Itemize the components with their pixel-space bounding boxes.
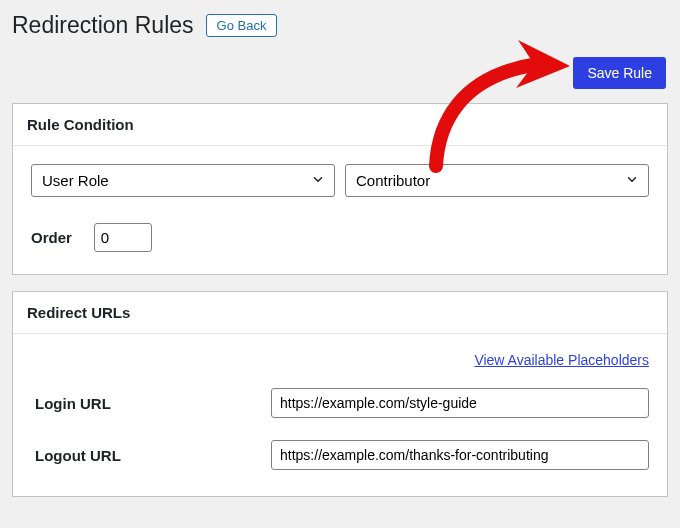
go-back-button[interactable]: Go Back — [206, 14, 278, 37]
placeholders-link-row: View Available Placeholders — [31, 352, 649, 368]
order-label: Order — [31, 229, 72, 246]
login-url-input[interactable] — [271, 388, 649, 418]
logout-url-row: Logout URL — [31, 440, 649, 470]
rule-condition-body: User Role Contributor Order — [13, 146, 667, 274]
redirect-urls-title: Redirect URLs — [13, 292, 667, 334]
condition-value-select[interactable]: Contributor — [345, 164, 649, 197]
page-header: Redirection Rules Go Back — [0, 0, 680, 43]
order-input[interactable] — [94, 223, 152, 252]
save-row: Save Rule — [0, 43, 680, 95]
condition-value-select-wrap: Contributor — [345, 164, 649, 197]
login-url-label: Login URL — [31, 395, 271, 412]
redirect-urls-body: View Available Placeholders Login URL Lo… — [13, 334, 667, 496]
condition-select-row: User Role Contributor — [31, 164, 649, 197]
rule-condition-panel: Rule Condition User Role Contributor Ord… — [12, 103, 668, 275]
page-title: Redirection Rules — [12, 12, 194, 39]
save-rule-button[interactable]: Save Rule — [573, 57, 666, 89]
view-placeholders-link[interactable]: View Available Placeholders — [474, 352, 649, 368]
condition-type-select[interactable]: User Role — [31, 164, 335, 197]
rule-condition-title: Rule Condition — [13, 104, 667, 146]
condition-type-select-wrap: User Role — [31, 164, 335, 197]
logout-url-input[interactable] — [271, 440, 649, 470]
logout-url-label: Logout URL — [31, 447, 271, 464]
order-row: Order — [31, 223, 649, 252]
login-url-row: Login URL — [31, 388, 649, 418]
redirect-urls-panel: Redirect URLs View Available Placeholder… — [12, 291, 668, 497]
